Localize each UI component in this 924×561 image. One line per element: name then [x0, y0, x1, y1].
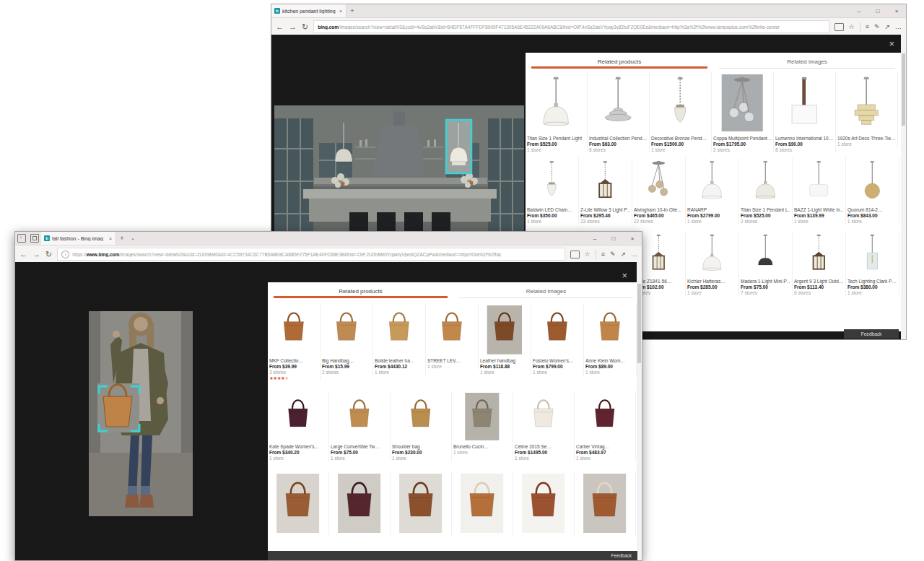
kitchen-photo[interactable] — [274, 105, 524, 235]
product-image[interactable] — [269, 304, 318, 356]
product-card[interactable]: Baldwin LED Chain… From $350.00 1 store — [526, 157, 579, 225]
product-card[interactable]: Coppa Multipoint Pendant… From $1795.00 … — [712, 72, 774, 153]
titlebar-drag-area[interactable] — [358, 4, 850, 17]
address-bar[interactable]: bing.com/images/search?view=detailV2&cci… — [313, 20, 829, 33]
product-card[interactable]: Alvingham 10-In Oile… From $465.00 22 st… — [632, 157, 686, 225]
product-image[interactable] — [634, 157, 684, 205]
product-image[interactable] — [794, 231, 844, 277]
product-image[interactable] — [580, 157, 630, 205]
forward-icon[interactable]: → — [289, 23, 297, 31]
more-icon[interactable]: … — [631, 251, 637, 258]
new-tab-button[interactable]: + — [346, 4, 358, 17]
product-card[interactable] — [268, 471, 329, 535]
product-card[interactable]: BAZZ 1-Light White In… From $139.99 1 st… — [793, 157, 846, 225]
feedback-button[interactable]: Feedback — [268, 551, 637, 560]
tab-close-icon[interactable]: × — [339, 9, 343, 14]
tab-list-chevron-icon[interactable]: ⌄ — [128, 232, 138, 245]
product-image[interactable] — [269, 471, 328, 535]
product-image[interactable] — [837, 72, 896, 134]
overlay-close-icon[interactable]: × — [889, 39, 894, 48]
product-card[interactable]: Fostelo Women's… From $799.00 1 store — [531, 304, 584, 375]
feedback-button[interactable]: Feedback — [844, 329, 899, 339]
favorite-star-icon[interactable]: ☆ — [585, 251, 590, 258]
refresh-icon[interactable]: ↻ — [45, 251, 52, 258]
product-image[interactable] — [375, 304, 424, 356]
titlebar-drag-area[interactable] — [138, 232, 585, 245]
product-card[interactable]: Céline 2015 Se… From $1495.00 1 store — [513, 391, 575, 461]
minimize-button[interactable]: – — [850, 4, 868, 17]
reading-view-icon[interactable] — [570, 251, 580, 258]
product-card[interactable]: Madera 1-Light Mini-P… From $75.00 7 sto… — [739, 231, 793, 296]
product-image[interactable] — [480, 304, 529, 356]
scrollbar-thumb[interactable] — [902, 53, 905, 126]
close-button[interactable]: × — [623, 232, 642, 245]
tab-preview-icon[interactable] — [30, 234, 39, 243]
product-image[interactable] — [794, 157, 844, 205]
more-icon[interactable]: … — [895, 24, 902, 30]
product-card[interactable]: Cartier Vintag… From $483.97 1 store — [575, 391, 636, 461]
product-image[interactable] — [741, 231, 790, 277]
product-card[interactable]: Z-Lite Willow 3 Light P… From $295.46 23… — [579, 157, 632, 225]
product-card[interactable]: Kate Spade Women's… From $340.20 1 store — [268, 391, 329, 461]
titlebar[interactable]: b fall fashion - Bing imag × + ⌄ – □ × — [15, 232, 642, 245]
product-image[interactable] — [453, 391, 511, 442]
product-card[interactable] — [452, 471, 513, 535]
share-icon[interactable]: ↗ — [620, 251, 626, 258]
product-image[interactable] — [741, 157, 790, 205]
product-card[interactable] — [391, 471, 452, 535]
product-image[interactable] — [427, 304, 476, 356]
hub-icon[interactable]: ≡ — [601, 251, 605, 258]
scrollbar-thumb[interactable] — [637, 284, 641, 363]
tab-related-images[interactable]: Related images — [713, 53, 901, 72]
product-image[interactable] — [589, 72, 648, 134]
tab-related-images[interactable]: Related images — [453, 282, 639, 302]
refresh-icon[interactable]: ↻ — [302, 23, 308, 31]
maximize-button[interactable]: □ — [868, 4, 887, 17]
product-image[interactable] — [331, 391, 388, 442]
product-image[interactable] — [527, 157, 577, 205]
product-card[interactable]: Bolide leather ha… From $4430.12 1 store — [373, 304, 426, 375]
product-image[interactable] — [527, 72, 585, 134]
product-image[interactable] — [392, 391, 450, 442]
address-bar[interactable]: i https://www.bing.com/images/search?vie… — [57, 248, 565, 261]
reading-view-icon[interactable] — [834, 23, 844, 31]
product-image[interactable] — [687, 231, 737, 277]
product-card[interactable]: Shoulder bag From $230.00 1 store — [391, 391, 452, 461]
product-card[interactable]: Leather handbag From $118.88 1 store — [479, 304, 531, 375]
product-card[interactable]: Industrial Collection Pend… From $63.00 … — [588, 72, 650, 153]
maximize-button[interactable]: □ — [604, 232, 623, 245]
fashion-photo[interactable] — [89, 311, 193, 516]
product-image[interactable] — [533, 304, 582, 356]
product-image[interactable] — [847, 231, 897, 277]
product-card[interactable]: Anne Klein Wom… From $89.00 1 store — [584, 304, 637, 375]
product-card[interactable]: STREET LEV… 1 store — [426, 304, 479, 370]
product-card[interactable]: Titan Size 1 Pendant L… From $525.00 2 s… — [739, 157, 793, 225]
new-tab-button[interactable]: + — [116, 232, 128, 245]
tab-close-icon[interactable]: × — [108, 236, 113, 241]
back-icon[interactable]: ← — [19, 251, 27, 258]
product-image[interactable] — [775, 72, 834, 134]
web-note-icon[interactable]: ✎ — [610, 251, 616, 258]
product-image[interactable] — [391, 471, 450, 535]
browser-tab[interactable]: b fall fashion - Bing imag × — [41, 232, 116, 245]
product-card[interactable]: MKF Collectio… From $39.99 3 stores ★★★★… — [268, 304, 321, 381]
product-card[interactable]: 1920s Art Deco Three-Tie… 1 store — [836, 72, 898, 147]
product-image[interactable] — [515, 391, 572, 442]
product-image[interactable] — [687, 157, 737, 205]
hub-icon[interactable]: ≡ — [866, 24, 869, 30]
site-info-icon[interactable]: i — [61, 251, 69, 258]
product-image[interactable] — [713, 72, 772, 134]
product-card[interactable]: Titan Size 1 Pendant Light From $525.00 … — [526, 72, 588, 153]
product-card[interactable]: Argent 9 3 Light Outd… From $113.40 6 st… — [793, 231, 846, 296]
product-image[interactable] — [453, 471, 512, 535]
overlay-close-icon[interactable]: × — [622, 271, 627, 280]
product-card[interactable] — [575, 471, 636, 535]
scrollbar[interactable] — [637, 262, 642, 560]
set-tabs-aside-icon[interactable] — [17, 234, 26, 243]
minimize-button[interactable]: – — [585, 232, 604, 245]
product-card[interactable] — [329, 471, 391, 535]
product-card[interactable]: Lumenno International 10… From $90.00 8 … — [774, 72, 836, 153]
product-card[interactable]: Brunello Cucin… 1 store — [452, 391, 513, 456]
product-image[interactable] — [514, 471, 573, 535]
scrollbar[interactable] — [901, 35, 906, 339]
